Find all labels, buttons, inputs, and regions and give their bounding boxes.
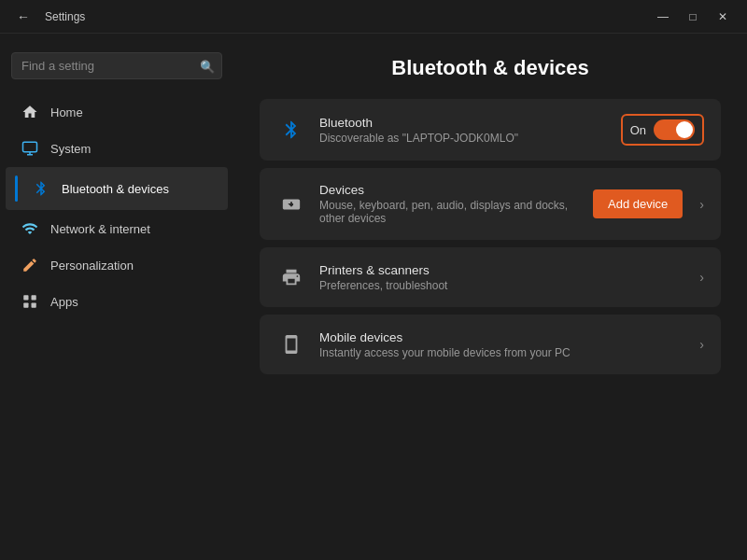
svg-rect-3 (23, 303, 28, 308)
back-button[interactable]: ← (11, 7, 35, 26)
titlebar-controls: — □ ✕ (650, 6, 736, 28)
close-button[interactable]: ✕ (710, 6, 736, 28)
bluetooth-card-icon (276, 115, 306, 145)
devices-card-subtitle: Mouse, keyboard, pen, audio, displays an… (319, 199, 580, 225)
toggle-thumb (676, 121, 693, 138)
add-device-button[interactable]: Add device (593, 189, 683, 218)
maximize-button[interactable]: □ (680, 6, 706, 28)
printers-card-title: Printers & scanners (319, 263, 683, 277)
mobile-card-text: Mobile devices Instantly access your mob… (319, 330, 683, 359)
printers-card-row[interactable]: Printers & scanners Preferences, trouble… (260, 247, 721, 307)
search-icon: 🔍 (200, 59, 215, 73)
mobile-chevron-icon: › (699, 337, 704, 352)
sidebar-item-label: System (50, 142, 91, 156)
svg-rect-1 (23, 295, 28, 300)
devices-card: Devices Mouse, keyboard, pen, audio, dis… (260, 168, 721, 240)
devices-chevron-icon: › (699, 197, 704, 212)
printers-card-text: Printers & scanners Preferences, trouble… (319, 263, 683, 292)
sidebar-item-personalization[interactable]: Personalization (6, 247, 228, 283)
devices-card-row[interactable]: Devices Mouse, keyboard, pen, audio, dis… (260, 168, 721, 240)
bluetooth-card-text: Bluetooth Discoverable as "LAPTOP-JODK0M… (319, 116, 608, 145)
titlebar: ← Settings — □ ✕ (0, 0, 747, 34)
sidebar-item-system[interactable]: System (6, 131, 228, 166)
sidebar-item-label: Apps (50, 295, 78, 309)
home-icon (21, 103, 39, 121)
bluetooth-toggle-label: On (630, 123, 646, 137)
titlebar-title: Settings (45, 10, 85, 23)
personalization-icon (21, 256, 39, 274)
minimize-button[interactable]: — (650, 6, 676, 28)
search-input[interactable] (11, 52, 222, 79)
devices-card-title: Devices (319, 183, 580, 197)
printers-chevron-icon: › (699, 270, 704, 285)
printers-card-subtitle: Preferences, troubleshoot (319, 279, 683, 292)
active-indicator (15, 175, 18, 202)
sidebar-item-label: Home (50, 105, 83, 119)
search-box: 🔍 (11, 52, 222, 79)
content-area: Bluetooth & devices Bluetooth Discoverab… (233, 34, 747, 560)
bluetooth-toggle-wrap: On (621, 114, 704, 146)
sidebar-item-network[interactable]: Network & internet (6, 211, 228, 246)
mobile-card-icon (276, 329, 306, 359)
sidebar-item-label: Network & internet (50, 222, 150, 236)
devices-card-icon (276, 189, 306, 219)
sidebar-item-apps[interactable]: Apps (6, 284, 228, 319)
printers-card-icon (276, 262, 306, 292)
svg-rect-0 (23, 142, 37, 152)
main-layout: 🔍 Home System Bluetooth & devices (0, 34, 747, 560)
mobile-card-row[interactable]: Mobile devices Instantly access your mob… (260, 315, 721, 374)
system-icon (21, 139, 39, 158)
bluetooth-card-row: Bluetooth Discoverable as "LAPTOP-JODK0M… (260, 99, 721, 161)
bluetooth-toggle[interactable] (654, 119, 695, 140)
sidebar-item-label: Personalization (50, 259, 134, 273)
mobile-card: Mobile devices Instantly access your mob… (260, 315, 721, 374)
bluetooth-card: Bluetooth Discoverable as "LAPTOP-JODK0M… (260, 99, 721, 161)
bluetooth-card-title: Bluetooth (319, 116, 608, 130)
page-title: Bluetooth & devices (260, 56, 721, 80)
apps-icon (21, 292, 39, 311)
svg-rect-2 (32, 295, 36, 300)
devices-card-text: Devices Mouse, keyboard, pen, audio, dis… (319, 183, 580, 225)
printers-card: Printers & scanners Preferences, trouble… (260, 247, 721, 307)
sidebar-item-bluetooth[interactable]: Bluetooth & devices (6, 167, 228, 210)
mobile-card-subtitle: Instantly access your mobile devices fro… (319, 346, 683, 359)
sidebar-item-home[interactable]: Home (6, 94, 228, 130)
mobile-card-title: Mobile devices (319, 330, 683, 344)
network-icon (21, 219, 39, 238)
bluetooth-icon (32, 179, 50, 198)
svg-rect-4 (32, 303, 36, 308)
bluetooth-card-subtitle: Discoverable as "LAPTOP-JODK0MLO" (319, 132, 608, 145)
sidebar: 🔍 Home System Bluetooth & devices (0, 34, 233, 560)
sidebar-item-label: Bluetooth & devices (62, 182, 169, 196)
titlebar-left: ← Settings (11, 7, 85, 26)
